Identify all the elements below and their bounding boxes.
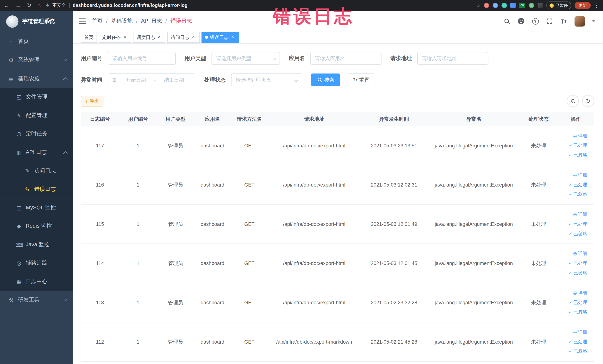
toggle-search-button[interactable]	[567, 95, 579, 107]
request-url-input-field[interactable]	[422, 55, 484, 61]
ignored-link[interactable]: ✓已忽略	[557, 307, 587, 317]
cell-request-url: /api/infra/db-doc/export-html	[268, 244, 360, 283]
refresh-button[interactable]: ↻	[582, 95, 594, 107]
paused-profile-badge[interactable]: 已暂停	[546, 1, 571, 9]
processed-link[interactable]: ✓已处理	[557, 298, 587, 307]
tab[interactable]: 访问日志 ×	[167, 32, 199, 43]
user-avatar[interactable]	[574, 16, 585, 26]
breadcrumb-item[interactable]: 首页	[92, 18, 103, 24]
search-button[interactable]: 搜索	[311, 73, 340, 86]
cell-user-type: 管理员	[157, 244, 194, 283]
extension-icon[interactable]	[510, 3, 516, 8]
sidebar-item[interactable]: 链路追踪	[0, 254, 73, 272]
cell-exception-name: java.lang.IllegalArgumentException	[428, 126, 520, 165]
ignored-link[interactable]: ✓已忽略	[557, 229, 587, 238]
help-icon[interactable]: ?	[532, 18, 539, 24]
github-icon[interactable]	[518, 18, 524, 24]
sidebar-item[interactable]: 文件管理	[0, 88, 73, 106]
sidebar-item[interactable]: 错误日志	[0, 180, 73, 199]
export-button[interactable]: ↓ 导出	[81, 96, 104, 106]
ignored-link[interactable]: ✓已忽略	[557, 268, 587, 278]
browser-update-button[interactable]: 更新	[574, 2, 591, 9]
extension-icon[interactable]	[493, 3, 498, 8]
process-status-select[interactable]	[231, 73, 302, 86]
address-bar[interactable]: ⚠ 不安全 | dashboard.yudao.iocoder.cn/infra…	[46, 2, 188, 9]
caret-down-icon[interactable]	[592, 20, 595, 22]
tab[interactable]: 首页 ×	[81, 32, 97, 43]
sidebar-collapse-icon[interactable]	[79, 19, 86, 24]
tab[interactable]: 错误日志 ×	[201, 32, 239, 43]
fullscreen-icon[interactable]	[546, 18, 553, 24]
user-no-input[interactable]	[108, 52, 176, 65]
col-header: 异常名	[428, 112, 520, 126]
sidebar-item[interactable]: MySQL 监控	[0, 199, 73, 217]
sidebar-item[interactable]: 研发工具	[0, 291, 73, 309]
search-icon[interactable]	[503, 18, 510, 24]
user-no-input-field[interactable]	[112, 55, 171, 61]
processed-link[interactable]: ✓已处理	[557, 219, 587, 229]
start-date-placeholder[interactable]: 开始日期	[119, 76, 152, 83]
detail-link[interactable]: ◎详细	[557, 210, 587, 219]
app-logo[interactable]: 芋道管理系统	[0, 11, 73, 32]
extension-icon[interactable]	[484, 3, 489, 8]
processed-link[interactable]: ✓已处理	[557, 180, 587, 190]
tab[interactable]: 调度日志 ×	[133, 32, 165, 43]
detail-link[interactable]: ◎详细	[557, 249, 587, 258]
browser-menu-icon[interactable]: ⋮	[594, 2, 599, 8]
sidebar-item[interactable]: Java 监控	[0, 235, 73, 254]
font-size-icon[interactable]: TT	[560, 18, 567, 24]
close-icon[interactable]: ×	[191, 35, 196, 40]
table-toolbar: ↓ 导出 ↻	[81, 95, 594, 107]
chevron-icon	[63, 151, 68, 156]
extension-icon[interactable]	[529, 3, 534, 8]
request-url-input[interactable]	[417, 52, 488, 65]
end-date-placeholder[interactable]: 结束日期	[157, 76, 191, 83]
tab[interactable]: 定时任务 ×	[99, 32, 131, 43]
process-status-select-field[interactable]	[236, 77, 298, 83]
cell-user-id: 1	[119, 205, 157, 244]
extension-on-badge[interactable]: on	[519, 3, 525, 8]
sidebar-item[interactable]: Redis 监控	[0, 217, 73, 235]
sidebar-item[interactable]: 首页	[0, 32, 73, 51]
ignored-link[interactable]: ✓已忽略	[557, 190, 587, 199]
close-icon[interactable]: ×	[230, 35, 235, 40]
eye-icon: ◎	[573, 133, 577, 138]
date-range-picker[interactable]: ⊞ 开始日期 - 结束日期	[108, 73, 195, 86]
detail-link[interactable]: ◎详细	[557, 327, 587, 337]
sidebar-item[interactable]: 基础设施	[0, 69, 73, 88]
ignored-link[interactable]: ✓已忽略	[557, 347, 587, 356]
reset-button[interactable]: ↻ 重置	[347, 73, 375, 86]
breadcrumb-item[interactable]: 错误日志	[162, 18, 192, 24]
sidebar-item[interactable]: 访问日志	[0, 162, 73, 180]
close-icon[interactable]: ×	[156, 35, 162, 40]
user-type-select-field[interactable]	[216, 55, 275, 61]
detail-link[interactable]: ◎详细	[557, 288, 587, 298]
forward-icon[interactable]: →	[15, 2, 21, 8]
close-icon[interactable]: ×	[122, 35, 128, 40]
extension-icon[interactable]	[501, 3, 507, 8]
extension-icon[interactable]	[538, 3, 543, 8]
home-icon[interactable]: ⌂	[38, 2, 41, 8]
bookmark-star-icon[interactable]: ☆	[476, 2, 480, 8]
sidebar-item[interactable]: 日志中心	[0, 272, 73, 291]
url-text[interactable]: dashboard.yudao.iocoder.cn/infra/log/api…	[73, 3, 188, 8]
breadcrumb-item[interactable]: 基础设施	[103, 18, 133, 24]
process-status-label: 处理状态	[204, 76, 226, 83]
app-name-input-field[interactable]	[315, 55, 377, 61]
detail-link[interactable]: ◎详细	[557, 131, 587, 141]
app-name-input[interactable]	[310, 52, 382, 65]
sidebar-item[interactable]: API 日志	[0, 143, 73, 162]
sidebar-item[interactable]: 配置管理	[0, 106, 73, 125]
ignored-link[interactable]: ✓已忽略	[557, 150, 587, 160]
reload-icon[interactable]: ↻	[27, 2, 31, 8]
processed-link[interactable]: ✓已处理	[557, 337, 587, 347]
sidebar-item[interactable]: 系统管理	[0, 51, 73, 69]
back-icon[interactable]: ←	[4, 2, 9, 8]
processed-link[interactable]: ✓已处理	[557, 141, 587, 150]
user-type-select[interactable]	[211, 52, 280, 65]
sidebar-item[interactable]: 定时任务	[0, 125, 73, 143]
breadcrumb-item[interactable]: API 日志	[133, 18, 162, 24]
detail-link[interactable]: ◎详细	[557, 170, 587, 180]
download-icon: ↓	[85, 98, 88, 104]
processed-link[interactable]: ✓已处理	[557, 258, 587, 268]
